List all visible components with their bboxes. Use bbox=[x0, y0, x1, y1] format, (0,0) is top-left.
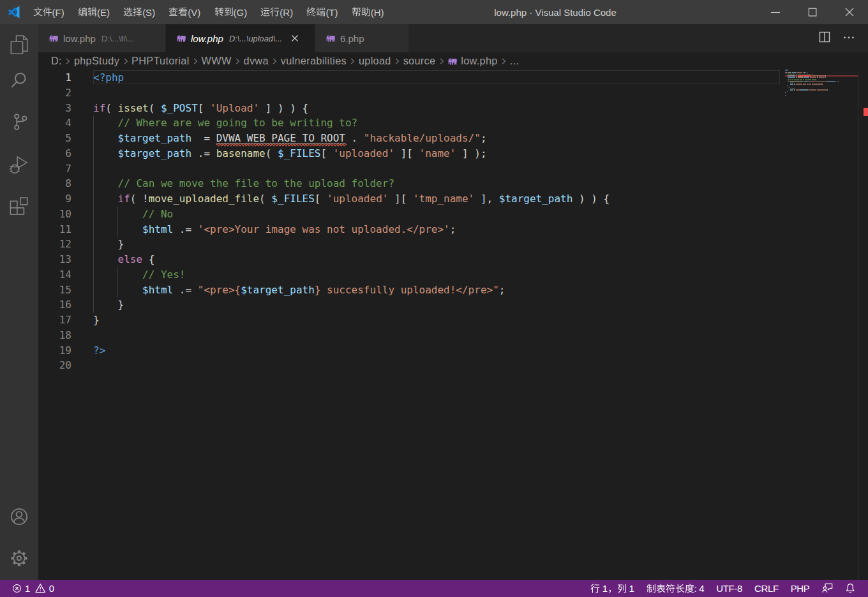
line-number: 5 bbox=[38, 131, 71, 146]
close-tab-icon[interactable] bbox=[288, 32, 301, 45]
editor[interactable]: 1<?php23if( isset( $_POST[ 'Upload' ] ) … bbox=[38, 70, 868, 580]
maximize-button[interactable] bbox=[794, 0, 831, 24]
cjk-glyph bbox=[133, 7, 142, 17]
code-line-10[interactable]: // No bbox=[93, 207, 173, 222]
breadcrumb-item[interactable]: phpStudy bbox=[74, 55, 119, 67]
minimap-line-15 bbox=[827, 89, 828, 91]
ellipsis-icon bbox=[842, 30, 856, 44]
breadcrumb-item[interactable]: low.php bbox=[447, 55, 497, 67]
status-cursor-position[interactable]: 1 1 bbox=[590, 583, 634, 594]
status-bar-left: 10 bbox=[0, 580, 54, 597]
menu-item-s[interactable]: (S) bbox=[117, 0, 162, 24]
chevron-right-icon bbox=[190, 56, 200, 66]
close-button[interactable] bbox=[831, 0, 868, 24]
minimap-line-15 bbox=[790, 89, 793, 91]
code-line-15[interactable]: $html .= "<pre>{$target_path} succesfull… bbox=[93, 283, 505, 298]
code-line-6[interactable]: $target_path .= basename( $_FILES[ 'uplo… bbox=[93, 146, 487, 161]
vscode-logo-icon[interactable] bbox=[8, 6, 20, 18]
status-language-mode[interactable]: PHP bbox=[791, 583, 810, 594]
code-line-14[interactable]: // Yes! bbox=[93, 267, 186, 283]
activity-source-control[interactable] bbox=[0, 103, 38, 141]
status-notifications[interactable] bbox=[845, 583, 856, 594]
minimap-line-9 bbox=[789, 81, 789, 82]
tab-label: low.php bbox=[191, 33, 223, 44]
status-bar-right: 1 1: 4UTF-8CRLFPHP bbox=[590, 580, 868, 597]
tab-low-php[interactable]: low.phpD:\...\upload\... bbox=[166, 24, 315, 52]
code-line-4[interactable]: // Where are we going to be writing to? bbox=[93, 115, 357, 131]
minimap-line-11 bbox=[803, 84, 806, 85]
menu-item-v[interactable]: (V) bbox=[162, 0, 207, 24]
feedback-icon bbox=[822, 583, 833, 594]
chevron-right-icon bbox=[63, 56, 73, 66]
menu-item-e[interactable]: (E) bbox=[71, 0, 116, 24]
line-number: 20 bbox=[38, 358, 71, 373]
activity-settings[interactable] bbox=[0, 539, 38, 577]
line-number: 19 bbox=[38, 343, 71, 358]
minimize-button[interactable] bbox=[757, 0, 794, 24]
code-line-12[interactable]: } bbox=[93, 237, 124, 252]
breadcrumb-item[interactable]: WWW bbox=[202, 55, 232, 67]
split-editor-button[interactable] bbox=[818, 30, 832, 47]
menu-item-g[interactable]: (G) bbox=[207, 0, 254, 24]
minimap-line-6 bbox=[825, 77, 826, 78]
minimap-line-9 bbox=[808, 81, 809, 82]
account-icon bbox=[10, 507, 29, 526]
code-line-19[interactable]: ?> bbox=[93, 343, 105, 358]
breadcrumb-item[interactable]: vulnerabilities bbox=[281, 55, 347, 67]
line-number: 11 bbox=[38, 222, 71, 237]
activity-accounts[interactable] bbox=[0, 497, 38, 536]
minimap-line-15 bbox=[817, 89, 827, 91]
tab-6-php[interactable]: 6.php bbox=[315, 24, 409, 52]
status-encoding[interactable]: UTF-8 bbox=[716, 583, 742, 594]
code-line-16[interactable]: } bbox=[93, 297, 124, 313]
menu-item-t[interactable]: (T) bbox=[300, 0, 345, 24]
activity-search[interactable] bbox=[0, 61, 38, 100]
tab-label: low.php bbox=[63, 33, 96, 44]
minimap-line-9 bbox=[802, 81, 803, 82]
menu-item-f[interactable]: (F) bbox=[26, 0, 71, 24]
cjk-glyph bbox=[78, 7, 87, 17]
code-line-3[interactable]: if( isset( $_POST[ 'Upload' ] ) ) { bbox=[93, 101, 308, 116]
status-feedback[interactable] bbox=[822, 583, 833, 594]
code-line-13[interactable]: else { bbox=[93, 252, 154, 267]
cjk-glyph bbox=[666, 584, 675, 593]
breadcrumb-item[interactable]: source bbox=[403, 55, 436, 67]
window-controls bbox=[757, 0, 868, 24]
minimap-line-3 bbox=[786, 72, 787, 73]
php-elephant-icon bbox=[447, 55, 461, 66]
gear-icon bbox=[10, 549, 29, 568]
breadcrumb-item[interactable]: dvwa bbox=[244, 55, 269, 67]
bell-icon bbox=[845, 583, 856, 594]
more-actions-button[interactable] bbox=[842, 30, 856, 47]
breadcrumb-item[interactable]: D: bbox=[51, 55, 62, 67]
code-line-17[interactable]: } bbox=[93, 313, 100, 328]
minimap-line-9 bbox=[838, 81, 839, 82]
status-indentation[interactable]: : 4 bbox=[647, 583, 705, 594]
activity-explorer[interactable] bbox=[0, 26, 38, 64]
code-line-11[interactable]: $html .= '<pre>Your image was not upload… bbox=[93, 222, 456, 237]
cjk-glyph bbox=[168, 7, 178, 17]
menu-item-r[interactable]: (R) bbox=[254, 0, 300, 24]
code-line-8[interactable]: // Can we move the file to the upload fo… bbox=[93, 176, 394, 191]
breadcrumb-item[interactable]: ... bbox=[510, 55, 519, 67]
minimap-line-11 bbox=[796, 84, 802, 85]
status-eol[interactable]: CRLF bbox=[754, 583, 779, 594]
minimap-line-11 bbox=[807, 84, 809, 85]
status-errors[interactable]: 1 bbox=[12, 583, 30, 594]
chevron-right-icon bbox=[232, 56, 243, 66]
cjk-glyph bbox=[306, 7, 316, 17]
minimap-line-6 bbox=[810, 77, 816, 78]
code-line-9[interactable]: if( !move_uploaded_file( $_FILES[ 'uploa… bbox=[93, 191, 610, 207]
chevron-right-icon bbox=[121, 56, 131, 66]
cjk-glyph bbox=[87, 7, 97, 17]
activity-run-and-debug[interactable] bbox=[0, 145, 38, 183]
debug-icon bbox=[10, 154, 29, 173]
status-warnings[interactable]: 0 bbox=[35, 583, 54, 594]
tab-bar: low.phpD:\...\fi\...low.phpD:\...\upload… bbox=[38, 24, 868, 52]
minimap-line-9 bbox=[835, 81, 836, 82]
menu-item-h[interactable]: (H) bbox=[345, 0, 391, 24]
breadcrumb-item[interactable]: upload bbox=[359, 55, 391, 67]
activity-extensions[interactable] bbox=[0, 186, 38, 225]
breadcrumb-item[interactable]: PHPTutorial bbox=[131, 55, 189, 67]
tab-low-php[interactable]: low.phpD:\...\fi\... bbox=[38, 24, 166, 52]
